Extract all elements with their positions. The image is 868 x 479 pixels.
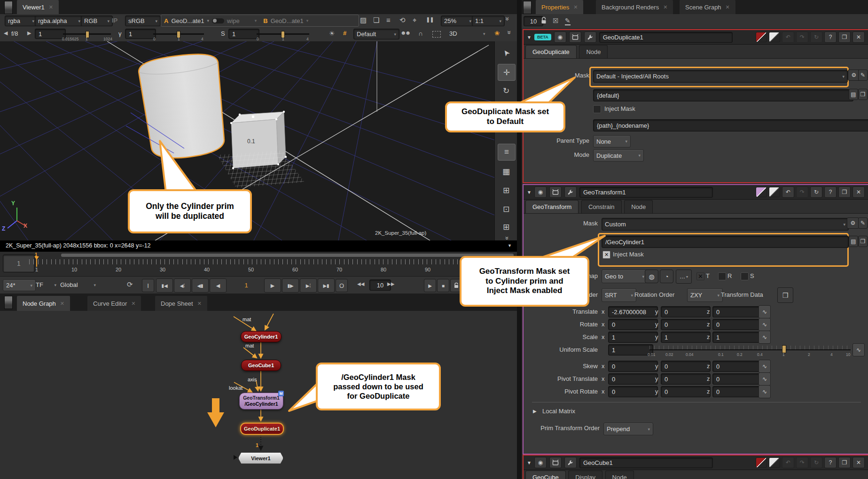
tab-constrain[interactable]: Constrain [581,200,622,213]
tab-node[interactable]: Node [624,200,653,213]
goto-start-button[interactable]: ▮◀ [156,278,173,293]
pane-menu-button[interactable] [523,1,532,14]
timeline-ruler[interactable] [29,259,513,264]
sliders-panel-icon[interactable]: ≡ [498,144,516,161]
snap-s-checkbox[interactable] [741,272,749,280]
next-keyframe-button[interactable]: ▶⁞ [300,278,317,293]
current-frame-field[interactable]: 1 [232,279,260,291]
tab-display[interactable]: Display [568,471,602,479]
prev-keyframe-button[interactable]: ◀⁞ [174,278,191,293]
tab-curve-editor[interactable]: Curve Editor✕ [87,296,141,311]
animation-curve-icon[interactable]: ∿ [852,343,865,356]
center-node-icon[interactable]: ◉ [534,457,547,468]
uniform-scale-input[interactable]: 1 [608,344,653,355]
node-viewer1[interactable]: Viewer1 [238,452,283,464]
pane-menu-button[interactable] [4,296,13,309]
float-panel-button[interactable]: ❐ [838,186,851,198]
animation-curve-icon[interactable]: ∿ [759,305,771,318]
tab-geoduplicate[interactable]: GeoDuplicate [525,45,577,58]
gain-next-icon[interactable]: ▶ [27,30,31,36]
help-button[interactable]: ? [824,31,837,43]
scale-z-input[interactable]: 1 [712,332,762,343]
translate-z-input[interactable]: 0 [712,306,762,317]
gl-color-swatch[interactable] [769,187,780,197]
float-panel-button[interactable]: ❐ [838,457,851,468]
tab-scene-graph[interactable]: Scene Graph✕ [680,0,735,14]
more-toolbar-icon[interactable]: « [505,31,512,34]
fwd-one-frame-button[interactable]: ▮▶ [282,278,299,293]
close-icon[interactable]: ✕ [49,4,53,10]
rotation-order-dropdown[interactable]: ZXY▾ [687,288,723,302]
range-mode-dropdown[interactable]: Global▾ [57,279,99,290]
browse-scenegraph-icon[interactable]: ▤ [849,89,858,100]
colorspace-dropdown[interactable]: sRGB▾ [125,15,161,26]
snap-live-icon[interactable]: ◔ [660,270,673,283]
set-in-button[interactable]: I [142,279,154,292]
status-menu-icon[interactable]: ▼ [508,243,512,248]
skew-x-input[interactable]: 0 [608,361,658,372]
lock-panels-icon[interactable] [540,16,547,26]
tab-node[interactable]: Node [605,471,634,479]
a-buffer-dropdown[interactable]: GeoD...ate1 [171,17,204,24]
selection-box-icon[interactable] [432,31,441,38]
tab-dope-sheet[interactable]: Dope Sheet✕ [155,296,207,311]
scene-light-icon[interactable]: ☀ [329,30,335,37]
float-panel-button[interactable]: ❐ [838,31,851,43]
name-pattern-field[interactable]: {path}_{nodename} [593,119,868,131]
saturation-slider[interactable] [257,33,309,35]
node-geoduplicate1[interactable]: GeoDuplicate1 [240,423,284,435]
play-button[interactable]: ▶ [264,278,281,293]
disclosure-icon[interactable]: ▶ [533,409,537,414]
pause-icon[interactable]: ❚❚ [426,16,433,23]
close-icon[interactable]: ✕ [573,4,578,10]
edit-icon[interactable]: ✎ [565,17,571,25]
gl-color-swatch[interactable] [769,32,780,42]
translate-x-input[interactable]: -2.67000008 [608,306,658,317]
alpha-channel-dropdown[interactable]: rgba.alpha▾ [35,15,84,26]
playback-loop-icon[interactable]: ⟳ [127,280,133,289]
tab-node-graph[interactable]: Node Graph✕ [17,296,70,311]
set-out-button[interactable]: O [336,279,348,292]
node-name-field[interactable]: GeoCube1 [579,457,713,468]
pivot-rotate-x-input[interactable]: 0 [608,386,658,397]
close-icon[interactable]: ✕ [131,301,135,307]
node-name-field[interactable]: GeoTransform1 [579,187,713,198]
wipe-toggle[interactable] [212,18,224,23]
tab-viewer1[interactable]: Viewer1 ✕ [17,0,59,14]
snap-r-checkbox[interactable] [718,272,726,280]
record-icon[interactable]: ■ [437,279,449,292]
grid-overlay-icon[interactable]: # [343,30,346,37]
close-icon[interactable]: ✕ [197,301,202,307]
view-mode-dropdown[interactable]: 3D [449,30,457,37]
pane-splitter[interactable] [517,0,522,479]
flipbook-play-icon[interactable]: ▶ [424,279,436,292]
gl-color-swatch[interactable] [769,457,780,468]
gamma-slider[interactable] [153,33,204,35]
scene-pick-icon[interactable]: ✎ [858,217,868,229]
skip-forward-icon[interactable]: ▶▶ [387,281,394,286]
rotate-y-input[interactable]: 0 [661,319,711,330]
parent-type-dropdown[interactable]: None▾ [593,135,631,147]
channels-dropdown[interactable]: rgba▾ [5,15,38,26]
select-tool-icon[interactable]: ➤ [495,42,518,65]
gizmo-color-icon[interactable]: ❀ [494,30,500,37]
undo-icon[interactable]: ↶ [782,31,794,43]
mask-dropdown[interactable]: Custom▾ [602,218,849,231]
undo-icon[interactable]: ↶ [782,457,794,468]
zoom-level-dropdown[interactable]: 25%▾ [441,15,475,26]
help-button[interactable]: ? [824,457,837,468]
roi-icon[interactable]: ⌖ [413,16,416,24]
pivot-translate-y-input[interactable]: 0 [661,373,711,385]
animation-curve-icon[interactable]: ∿ [759,372,771,386]
tf-dropdown[interactable]: TF▾ [33,279,59,290]
gamma-input[interactable]: 1 [125,29,156,39]
help-button[interactable]: ? [824,186,837,198]
refresh-icon[interactable]: ⟲ [399,16,406,24]
wrench-icon[interactable] [564,457,577,468]
tab-node[interactable]: Node [579,45,608,58]
translate-y-input[interactable]: 0 [661,306,711,317]
wrench-icon[interactable] [564,186,577,198]
redo-icon[interactable]: ↷ [796,457,808,468]
scene-pick-icon[interactable]: ✎ [858,70,868,81]
revert-icon[interactable]: ↻ [810,186,822,198]
